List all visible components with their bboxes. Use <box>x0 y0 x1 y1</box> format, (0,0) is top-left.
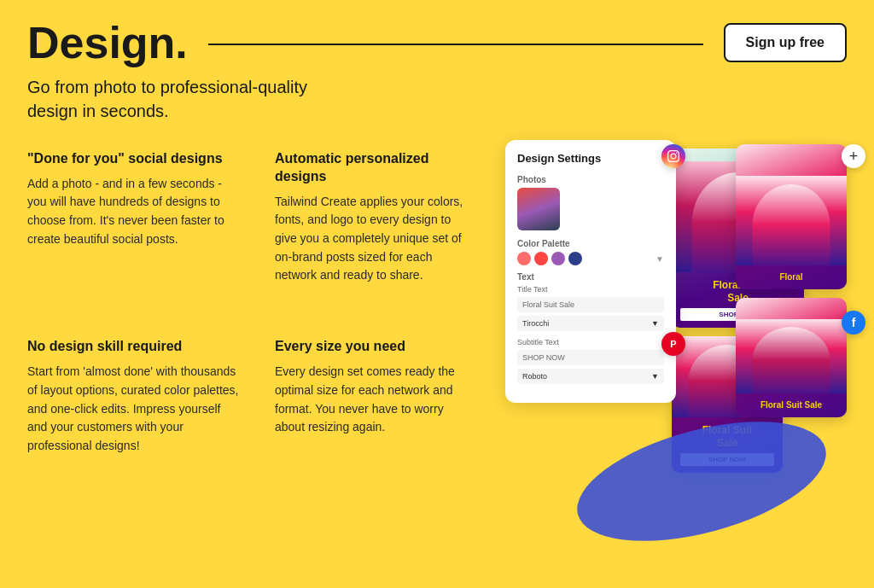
color-dot-purple <box>551 252 565 265</box>
subtitle: Go from photo to professional-qualitydes… <box>0 65 341 123</box>
title-text-input[interactable]: Floral Suit Sale <box>517 297 664 312</box>
header: Design. Sign up free <box>0 0 874 65</box>
post-bg-fb: Floral Suit Sale <box>736 298 847 417</box>
feature-1-desc: Add a photo - and in a few seconds - you… <box>27 175 241 249</box>
pinterest-badge: P <box>661 332 685 356</box>
instagram-badge <box>661 144 685 168</box>
post-overlay-fb: Floral Suit Sale <box>736 393 847 417</box>
subtitle-font-select[interactable]: Roboto ▼ <box>517 369 664 384</box>
color-dot-blue <box>568 252 582 265</box>
feature-no-skill: No design skill required Start from 'alm… <box>27 328 258 498</box>
header-divider <box>208 44 703 45</box>
feature-done-for-you: "Done for you" social designs Add a phot… <box>27 140 258 328</box>
subtitle-text: Go from photo to professional-qualitydes… <box>27 78 307 120</box>
design-panel: Design Settings Photos Color Palette ▼ T… <box>505 140 847 498</box>
instagram-post-small: Floral <box>736 144 847 289</box>
subtitle-text-input[interactable]: SHOP NOW <box>517 350 664 365</box>
person-silhouette-fb <box>753 327 830 393</box>
page-title: Design. <box>27 20 188 65</box>
post-bg-ig-small: Floral <box>736 144 847 289</box>
font-chevron: ▼ <box>651 319 659 328</box>
settings-card: Design Settings Photos Color Palette ▼ T… <box>505 140 676 403</box>
post-overlay-ig-small: Floral <box>736 265 847 289</box>
photo-thumbnail <box>517 188 560 230</box>
signup-button[interactable]: Sign up free <box>724 23 847 62</box>
feature-4-title: Every size you need <box>275 338 471 356</box>
post-image-fb <box>736 319 847 393</box>
facebook-badge: f <box>842 311 865 335</box>
feature-2-desc: Tailwind Create applies your colors, fon… <box>275 193 471 285</box>
color-palette-label: Color Palette <box>517 239 664 248</box>
color-dot-orange <box>534 252 548 265</box>
subtitle-text-label: Subtitle Text <box>517 338 664 346</box>
post-image-ig-small <box>736 176 847 265</box>
title-text-label: Title Text <box>517 285 664 294</box>
text-label: Text <box>517 272 664 282</box>
features-grid: "Done for you" social designs Add a phot… <box>27 140 488 498</box>
color-dot-red <box>517 252 531 265</box>
title-font-select[interactable]: Tirocchi ▼ <box>517 316 664 331</box>
facebook-post: Floral Suit Sale <box>736 298 847 417</box>
feature-auto-personalized: Automatic personalized designs Tailwind … <box>258 140 488 328</box>
add-network-badge[interactable]: + <box>842 144 865 168</box>
palette-chevron: ▼ <box>656 254 664 264</box>
person-silhouette-ig-small <box>753 184 830 265</box>
feature-2-title: Automatic personalized designs <box>275 150 471 186</box>
settings-title: Design Settings <box>517 152 664 165</box>
post-title-fb: Floral Suit Sale <box>744 400 838 410</box>
photos-label: Photos <box>517 175 664 184</box>
feature-1-title: "Done for you" social designs <box>27 150 241 168</box>
feature-3-desc: Start from 'almost done' with thousands … <box>27 363 241 455</box>
post-title-ig-small: Floral <box>744 272 838 282</box>
feature-3-title: No design skill required <box>27 338 241 356</box>
photo-thumb-inner <box>517 188 560 230</box>
feature-4-desc: Every design set comes ready the optimal… <box>275 363 471 437</box>
color-palette-row: ▼ <box>517 252 664 265</box>
subtitle-font-chevron: ▼ <box>651 372 659 381</box>
feature-every-size: Every size you need Every design set com… <box>258 328 488 498</box>
main-content: "Done for you" social designs Add a phot… <box>0 123 874 498</box>
